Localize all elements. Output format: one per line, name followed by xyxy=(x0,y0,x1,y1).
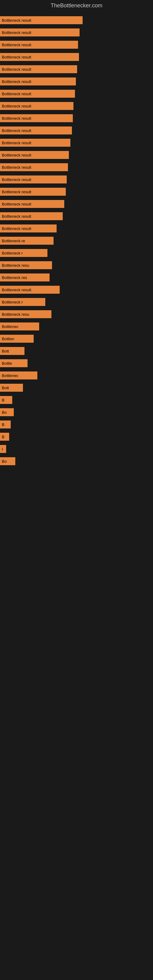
bar-row: Bottleneck result xyxy=(0,137,153,148)
bar-label: Bottleneck result xyxy=(2,67,31,72)
bar-label: Bo xyxy=(2,459,7,464)
bottleneck-bar: Bottleneck result xyxy=(0,114,73,122)
bar-label: Bottleneck result xyxy=(2,116,31,121)
bar-label: Bottlen xyxy=(2,337,14,341)
bar-label: Bottleneck result xyxy=(2,165,31,170)
bottleneck-bar: I xyxy=(0,445,6,453)
bar-label: Bottleneck result xyxy=(2,177,31,182)
bar-row: Bottleneck re xyxy=(0,235,153,247)
bar-label: Bottleneck result xyxy=(2,214,31,219)
bottleneck-bar: Bo xyxy=(0,408,14,416)
bar-label: Bottleneck result xyxy=(2,140,31,145)
bar-label: Bo xyxy=(2,410,7,415)
bottleneck-bar: B xyxy=(0,433,9,441)
bar-row: Bottleneck result xyxy=(0,198,153,210)
bar-row: Bottleneck result xyxy=(0,125,153,136)
bar-label: B xyxy=(2,422,5,427)
bar-row: Bottleneck result xyxy=(0,88,153,100)
bar-row: Bottleneck result xyxy=(0,149,153,161)
bar-row: Bottleneck result xyxy=(0,51,153,63)
bar-label: Bottleneck result xyxy=(2,104,31,108)
bar-label: Bottlenec xyxy=(2,324,18,329)
bar-label: Bottle xyxy=(2,361,12,366)
bottleneck-bar: Bottleneck r xyxy=(0,298,45,306)
bar-label: Bottleneck res xyxy=(2,275,27,280)
bar-label: Bottleneck result xyxy=(2,189,31,194)
bottleneck-bar: Bottleneck result xyxy=(0,41,78,49)
bar-row: Bottleneck result xyxy=(0,173,153,185)
bar-label: Bottleneck result xyxy=(2,43,31,47)
bar-label: Bottleneck result xyxy=(2,202,31,207)
bar-row: Bo xyxy=(0,455,153,467)
bottleneck-bar: Bottleneck result xyxy=(0,53,79,61)
bottleneck-bar: Bottleneck result xyxy=(0,188,66,196)
bar-label: Bott xyxy=(2,349,9,353)
bar-label: Bottleneck result xyxy=(2,226,31,231)
bottleneck-bar: Bottle xyxy=(0,359,27,367)
bar-row: Bottleneck result xyxy=(0,112,153,124)
site-title: TheBottlenecker.com xyxy=(0,0,153,11)
bottleneck-bar: Bottleneck result xyxy=(0,78,76,86)
bottleneck-bar: B xyxy=(0,396,12,404)
bar-label: Bottleneck result xyxy=(2,55,31,59)
bar-label: Bottleneck result xyxy=(2,79,31,84)
bar-label: Bottleneck resu xyxy=(2,263,29,268)
bar-row: Bottleneck result xyxy=(0,210,153,222)
bar-row: Bottleneck res xyxy=(0,272,153,283)
bottleneck-bar: Bottleneck result xyxy=(0,126,72,134)
bar-row: I xyxy=(0,443,153,455)
bottleneck-bar: Bott xyxy=(0,384,23,392)
bar-label: Bottleneck result xyxy=(2,128,31,133)
bottleneck-bar: Bottleneck result xyxy=(0,29,80,37)
bar-label: Bottleneck result xyxy=(2,18,31,23)
bar-row: Bottlen xyxy=(0,333,153,345)
bottleneck-bar: Bottleneck result xyxy=(0,175,67,183)
bar-label: Bottleneck result xyxy=(2,288,31,292)
bar-label: Bottlenec xyxy=(2,373,18,378)
bar-label: Bott xyxy=(2,385,9,390)
bar-label: I xyxy=(2,447,3,452)
bottleneck-bar: Bottleneck result xyxy=(0,65,77,73)
bar-row: Bottleneck result xyxy=(0,284,153,296)
bar-row: Bottleneck r xyxy=(0,247,153,259)
bottleneck-bar: Bottleneck res xyxy=(0,274,49,282)
bottleneck-bar: Bottleneck result xyxy=(0,139,70,147)
bar-row: Bottle xyxy=(0,357,153,369)
bottleneck-bar: Bottleneck result xyxy=(0,102,73,110)
bottleneck-bar: Bottleneck r xyxy=(0,249,48,257)
bottleneck-bar: Bottleneck result xyxy=(0,163,68,171)
bar-row: Bottleneck result xyxy=(0,76,153,87)
bar-label: Bottleneck result xyxy=(2,153,31,158)
bottleneck-bar: Bo xyxy=(0,457,15,465)
bottleneck-bar: Bottleneck result xyxy=(0,151,69,159)
bottleneck-bar: Bottleneck re xyxy=(0,237,54,245)
bottleneck-bar: Bottleneck result xyxy=(0,212,63,220)
bar-row: Bottleneck result xyxy=(0,223,153,234)
bar-row: Bottleneck result xyxy=(0,186,153,197)
bar-row: Bo xyxy=(0,406,153,418)
bar-row: Bottlenec xyxy=(0,321,153,332)
bar-row: Bottleneck resu xyxy=(0,259,153,271)
bottleneck-bar: Bottleneck result xyxy=(0,16,83,24)
bar-label: Bottleneck resu xyxy=(2,312,29,317)
bottleneck-bar: Bottleneck result xyxy=(0,224,57,232)
bar-row: B xyxy=(0,418,153,430)
bottleneck-bar: Bottlenec xyxy=(0,323,39,331)
bar-row: Bottleneck r xyxy=(0,296,153,308)
bottleneck-bar: Bottlen xyxy=(0,335,33,343)
bar-row: Bott xyxy=(0,345,153,357)
bar-label: Bottleneck r xyxy=(2,251,23,255)
bottleneck-bar: Bottlenec xyxy=(0,371,37,379)
bar-label: B xyxy=(2,434,5,439)
bar-row: B xyxy=(0,394,153,406)
bar-row: Bottleneck result xyxy=(0,64,153,75)
bar-row: Bottleneck resu xyxy=(0,309,153,320)
bar-row: Bottleneck result xyxy=(0,27,153,38)
bar-row: Bottleneck result xyxy=(0,14,153,26)
bar-row: Bott xyxy=(0,382,153,393)
bar-label: Bottleneck re xyxy=(2,239,25,243)
bottleneck-bar: Bottleneck result xyxy=(0,200,64,208)
bottleneck-bar: Bottleneck result xyxy=(0,286,60,294)
bottleneck-bar: Bottleneck result xyxy=(0,90,75,98)
bar-row: Bottleneck result xyxy=(0,161,153,173)
